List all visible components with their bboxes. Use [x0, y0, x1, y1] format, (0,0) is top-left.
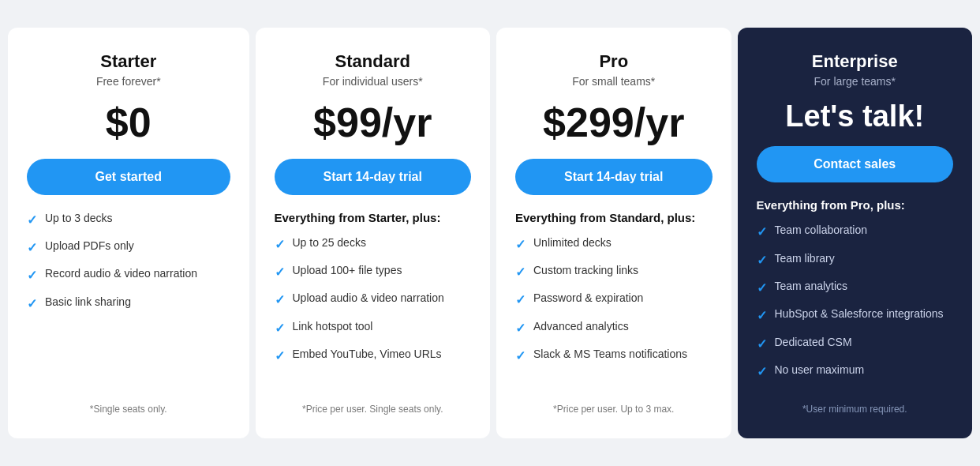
checkmark-icon: ✓	[27, 267, 37, 284]
checkmark-icon: ✓	[275, 348, 285, 365]
pricing-grid: StarterFree forever*$0Get started✓Up to …	[8, 28, 972, 438]
plan-name-starter: Starter	[27, 51, 230, 72]
plan-card-standard: StandardFor individual users*$99/yrStart…	[256, 28, 491, 438]
feature-list-standard: ✓Up to 25 decks✓Upload 100+ file types✓U…	[275, 235, 472, 391]
plan-subtitle-standard: For individual users*	[275, 75, 472, 88]
list-item: ✓Up to 25 decks	[275, 235, 472, 254]
feature-text-enterprise-0: Team collaboration	[775, 223, 868, 239]
cta-button-enterprise[interactable]: Contact sales	[757, 146, 954, 182]
plan-footnote-enterprise: *User minimum required.	[757, 404, 954, 415]
cta-button-starter[interactable]: Get started	[27, 159, 230, 195]
checkmark-icon: ✓	[275, 320, 285, 337]
checkmark-icon: ✓	[515, 236, 526, 254]
list-item: ✓No user maximum	[757, 363, 954, 381]
plan-price-enterprise: Let's talk!	[757, 100, 954, 133]
plan-name-standard: Standard	[275, 51, 472, 72]
checkmark-icon: ✓	[275, 236, 285, 254]
feature-text-starter-0: Up to 3 decks	[45, 211, 113, 227]
list-item: ✓Team library	[757, 251, 954, 269]
feature-text-starter-3: Basic link sharing	[45, 295, 131, 310]
list-item: ✓Upload PDFs only	[27, 239, 230, 257]
feature-text-standard-1: Upload 100+ file types	[293, 263, 402, 279]
feature-text-standard-4: Embed YouTube, Vimeo URLs	[293, 347, 442, 363]
checkmark-icon: ✓	[757, 224, 767, 241]
feature-list-starter: ✓Up to 3 decks✓Upload PDFs only✓Record a…	[27, 211, 230, 391]
list-item: ✓HubSpot & Salesforce integrations	[757, 306, 954, 325]
feature-text-pro-0: Unlimited decks	[533, 235, 612, 251]
list-item: ✓Password & expiration	[515, 291, 713, 309]
plan-price-standard: $99/yr	[275, 100, 472, 145]
plan-subtitle-enterprise: For large teams*	[757, 75, 954, 88]
plan-price-starter: $0	[27, 100, 230, 145]
list-item: ✓Up to 3 decks	[27, 211, 230, 229]
feature-text-starter-1: Upload PDFs only	[45, 239, 134, 254]
checkmark-icon: ✓	[27, 295, 37, 313]
list-item: ✓Record audio & video narration	[27, 266, 230, 284]
list-item: ✓Team collaboration	[757, 223, 954, 241]
feature-text-pro-3: Advanced analytics	[533, 319, 629, 335]
checkmark-icon: ✓	[757, 307, 767, 325]
plan-name-enterprise: Enterprise	[757, 51, 954, 72]
feature-text-enterprise-3: HubSpot & Salesforce integrations	[775, 306, 944, 322]
features-header-pro: Everything from Standard, plus:	[515, 211, 713, 224]
feature-text-standard-3: Link hotspot tool	[293, 319, 373, 335]
list-item: ✓Dedicated CSM	[757, 335, 954, 353]
list-item: ✓Advanced analytics	[515, 319, 713, 337]
feature-list-enterprise: ✓Team collaboration✓Team library✓Team an…	[757, 223, 954, 390]
plan-card-enterprise: EnterpriseFor large teams*Let's talk!Con…	[738, 28, 973, 438]
plan-subtitle-pro: For small teams*	[515, 75, 713, 88]
checkmark-icon: ✓	[515, 291, 526, 309]
plan-subtitle-starter: Free forever*	[27, 75, 230, 88]
feature-text-enterprise-4: Dedicated CSM	[775, 335, 852, 351]
feature-text-starter-2: Record audio & video narration	[45, 266, 197, 282]
checkmark-icon: ✓	[757, 252, 767, 269]
list-item: ✓Embed YouTube, Vimeo URLs	[275, 347, 472, 365]
list-item: ✓Upload 100+ file types	[275, 263, 472, 281]
checkmark-icon: ✓	[27, 212, 37, 229]
plan-footnote-standard: *Price per user. Single seats only.	[275, 404, 472, 415]
checkmark-icon: ✓	[515, 320, 526, 337]
checkmark-icon: ✓	[515, 348, 526, 365]
checkmark-icon: ✓	[757, 363, 767, 381]
list-item: ✓Slack & MS Teams notifications	[515, 347, 713, 365]
list-item: ✓Upload audio & video narration	[275, 291, 472, 309]
feature-text-pro-2: Password & expiration	[533, 291, 643, 306]
plan-card-starter: StarterFree forever*$0Get started✓Up to …	[8, 28, 249, 438]
list-item: ✓Team analytics	[757, 279, 954, 297]
feature-text-pro-4: Slack & MS Teams notifications	[533, 347, 687, 363]
plan-name-pro: Pro	[515, 51, 713, 72]
list-item: ✓Unlimited decks	[515, 235, 713, 254]
checkmark-icon: ✓	[515, 264, 526, 281]
features-header-enterprise: Everything from Pro, plus:	[757, 198, 954, 212]
cta-button-standard[interactable]: Start 14-day trial	[275, 159, 472, 195]
feature-text-standard-2: Upload audio & video narration	[293, 291, 444, 306]
feature-text-enterprise-5: No user maximum	[775, 363, 865, 378]
feature-text-enterprise-1: Team library	[775, 251, 835, 267]
checkmark-icon: ✓	[275, 264, 285, 281]
checkmark-icon: ✓	[757, 336, 767, 353]
feature-text-pro-1: Custom tracking links	[533, 263, 638, 279]
list-item: ✓Basic link sharing	[27, 295, 230, 313]
list-item: ✓Link hotspot tool	[275, 319, 472, 337]
features-header-standard: Everything from Starter, plus:	[275, 211, 472, 224]
plan-price-pro: $299/yr	[515, 100, 713, 145]
list-item: ✓Custom tracking links	[515, 263, 713, 281]
plan-footnote-pro: *Price per user. Up to 3 max.	[515, 404, 713, 415]
plan-footnote-starter: *Single seats only.	[27, 404, 230, 415]
checkmark-icon: ✓	[757, 280, 767, 297]
feature-list-pro: ✓Unlimited decks✓Custom tracking links✓P…	[515, 235, 713, 391]
checkmark-icon: ✓	[275, 291, 285, 309]
feature-text-enterprise-2: Team analytics	[775, 279, 848, 295]
checkmark-icon: ✓	[27, 239, 37, 257]
plan-card-pro: ProFor small teams*$299/yrStart 14-day t…	[496, 28, 731, 438]
cta-button-pro[interactable]: Start 14-day trial	[515, 159, 713, 195]
feature-text-standard-0: Up to 25 decks	[293, 235, 366, 251]
